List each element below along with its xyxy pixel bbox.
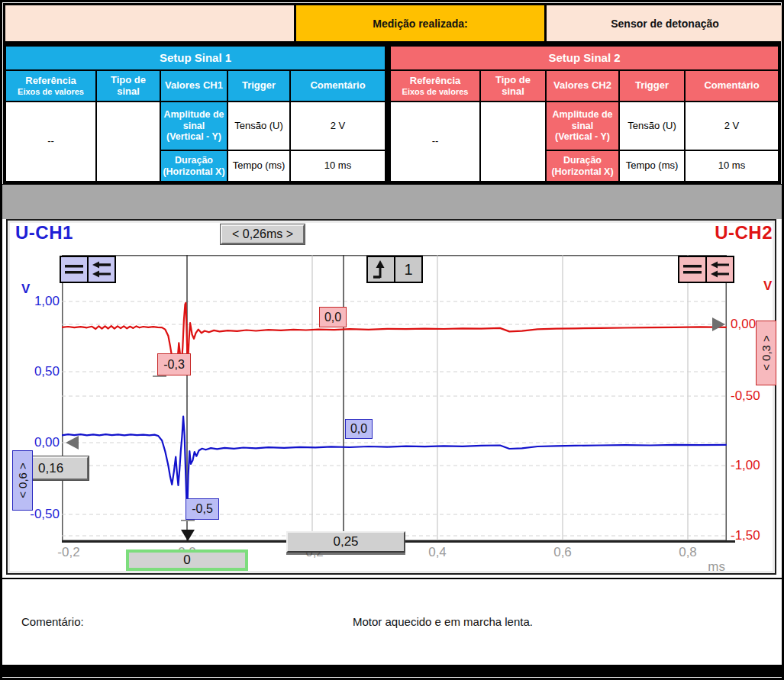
setup2-header-valores: Valores CH2 — [546, 70, 619, 102]
measurement-value: Sensor de detonação — [547, 5, 783, 41]
x-tick-0p6: 0,6 — [546, 545, 579, 560]
setup1-duracao-tipo: Tempo (ms) — [227, 150, 290, 182]
setup2-comment-value — [480, 102, 546, 182]
rising-edge-icon — [371, 259, 391, 280]
setup1-trigger-value: -- — [5, 102, 96, 182]
ch1-scroll-buttons — [60, 256, 116, 283]
ch2-scroll-buttons — [678, 256, 734, 283]
ch2-tick-m1v: -1,00 — [731, 458, 776, 473]
ch1-tick-0p5v: 0,50 — [23, 364, 60, 379]
channel2-label: U-CH2 — [708, 222, 773, 243]
ch1-tick-0v: 0,00 — [23, 435, 60, 450]
ch2-cursor-value[interactable]: 0,0 — [319, 307, 347, 327]
comment-label: Comentário: — [21, 615, 84, 628]
ch1-min-tick — [181, 520, 195, 521]
channel1-label: U-CH1 — [15, 222, 73, 243]
comment-text: Motor aquecido e em marcha lenta. — [252, 615, 634, 628]
setup-signal2-table: Setup Sinal 2 Referência Eixos de valore… — [388, 44, 781, 184]
x-tick-0p8: 0,8 — [671, 545, 705, 560]
setup1-header-trigger: Trigger — [227, 70, 290, 102]
setup1-header-tipo: Tipo de sinal — [96, 70, 160, 102]
ch1-tick-1v: 1,00 — [23, 294, 60, 309]
setup1-title: Setup Sinal 1 — [5, 46, 386, 70]
left-readout[interactable]: 0,16 — [26, 456, 89, 480]
x-tick-m0p2: -0,2 — [52, 545, 85, 560]
ch1-zero-arrow[interactable] — [66, 436, 79, 450]
setup2-header-referencia: Referência Eixos de valores — [390, 70, 480, 102]
ch1-scroll-left-button[interactable] — [89, 257, 115, 282]
equals-icon — [63, 259, 85, 279]
cursor-position-box[interactable]: 0,25 — [286, 531, 405, 553]
ch2-tick-m0p5v: -0,50 — [731, 388, 776, 404]
ch2-min-tick — [153, 375, 166, 377]
ch2-zero-arrow[interactable] — [712, 317, 725, 331]
setup1-row-duracao: Duração (Horizontal X) — [160, 150, 227, 182]
comment-section: Comentário: Motor aquecido e em marcha l… — [2, 578, 782, 665]
setup2-trigger-value: -- — [390, 102, 480, 182]
setup2-header-tipo: Tipo de sinal — [480, 70, 546, 102]
zero-time-marker-arrow[interactable] — [181, 530, 195, 541]
top-banner: Medição realizada: Sensor de detonação — [3, 3, 781, 44]
setup2-title: Setup Sinal 2 — [390, 46, 779, 70]
trigger-slope-button[interactable] — [368, 257, 394, 282]
x-tick-0p4: 0,4 — [421, 545, 454, 560]
setup2-row-amplitude: Amplitude de sinal (Vertical - Y) — [546, 102, 619, 150]
ch2-scroll-left-button[interactable] — [707, 257, 733, 282]
setup1-header-comentario: Comentário — [290, 70, 386, 102]
measurement-label: Medição realizada: — [296, 5, 547, 41]
double-left-arrow-icon — [91, 259, 112, 279]
trigger-buttons: 1 — [366, 256, 423, 283]
setup2-duracao-valor: 10 ms — [685, 150, 779, 182]
setup2-header-trigger: Trigger — [619, 70, 685, 102]
trace-U-CH1 — [62, 417, 727, 518]
ch2-tick-m1p5v: -1,50 — [731, 528, 776, 543]
setup1-row-amplitude: Amplitude de sinal (Vertical - Y) — [160, 102, 227, 150]
ch1-offset-button[interactable] — [61, 257, 87, 282]
setup1-amplitude-valor: 2 V — [290, 102, 386, 150]
setup1-amplitude-tipo: Tensão (U) — [227, 102, 290, 150]
setup1-header-valores: Valores CH1 — [160, 70, 227, 102]
setup2-duracao-tipo: Tempo (ms) — [619, 150, 685, 182]
ch1-cursor-value[interactable]: 0,0 — [345, 419, 373, 439]
waveform-plot — [62, 255, 727, 541]
ch2-min-value[interactable]: -0,3 — [157, 353, 191, 375]
setup-signal1-table: Setup Sinal 1 Referência Eixos de valore… — [3, 44, 388, 184]
equals-icon — [682, 259, 703, 279]
banner-empty-cell — [5, 5, 296, 41]
oscilloscope-panel: U-CH1 < 0,26ms > U-CH2 — [6, 219, 776, 575]
plot-border — [63, 256, 727, 541]
ch2-axis-unit: V — [763, 279, 772, 294]
setup1-duracao-valor: 10 ms — [290, 150, 386, 182]
report-page: Medição realizada: Sensor de detonação S… — [0, 0, 784, 680]
setup1-comment-value — [96, 102, 160, 182]
ch1-min-value[interactable]: -0,5 — [186, 498, 219, 520]
plot-area[interactable] — [62, 255, 727, 541]
ch2-offset-button[interactable] — [679, 257, 705, 282]
trigger-channel-button[interactable]: 1 — [395, 257, 421, 282]
setup2-amplitude-tipo: Tensão (U) — [619, 102, 685, 150]
setup2-amplitude-valor: 2 V — [685, 102, 779, 150]
x-axis-unit: ms — [679, 559, 725, 575]
bottom-bar — [0, 665, 784, 677]
setup2-header-comentario: Comentário — [685, 70, 779, 102]
ch2-range-tag[interactable]: < 0,3 > — [756, 321, 776, 385]
delta-time-button[interactable]: < 0,26ms > — [221, 224, 305, 244]
ch1-range-tag[interactable]: < 0,6 > — [12, 450, 33, 511]
double-left-arrow-icon — [709, 259, 731, 279]
setup2-row-duracao: Duração (Horizontal X) — [546, 150, 619, 182]
setup1-header-referencia: Referência Eixos de valores — [5, 70, 96, 102]
separator-band — [2, 184, 782, 219]
zero-position-box[interactable]: 0 — [126, 549, 248, 571]
